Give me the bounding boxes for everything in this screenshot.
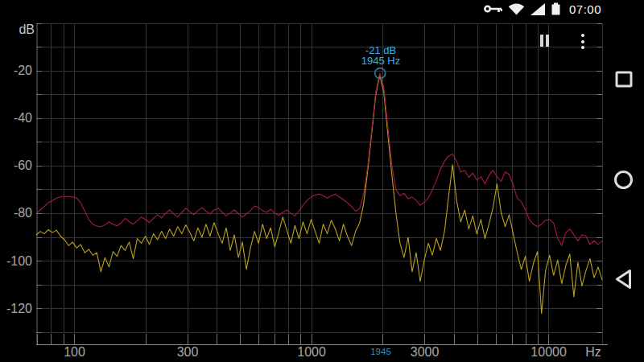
- pause-icon: [540, 35, 543, 47]
- y-axis-tick-label: -80: [0, 207, 32, 220]
- x-axis-tick-label: 3000: [411, 345, 440, 360]
- back-triangle-icon: [617, 271, 630, 288]
- y-axis-tick-label: -100: [0, 255, 32, 268]
- home-button[interactable]: [613, 170, 634, 190]
- y-axis-tick-label: -120: [0, 302, 32, 315]
- y-axis-tick-label: -40: [0, 112, 32, 125]
- y-axis-tick-label: -60: [0, 159, 32, 172]
- axis-ticks: [36, 23, 602, 344]
- y-axis-tick-label: -20: [0, 64, 32, 77]
- trace-max-hold: [36, 73, 602, 245]
- trace-live-spectrum: [36, 76, 602, 314]
- recents-square-icon: [617, 72, 631, 86]
- overflow-menu-button[interactable]: [575, 29, 591, 53]
- x-axis-unit: Hz: [585, 345, 601, 360]
- x-axis-tick-label: 1000: [297, 345, 326, 360]
- grid-lines: [36, 23, 602, 344]
- pause-icon: [546, 35, 549, 47]
- more-vert-icon: [581, 46, 584, 49]
- peak-label-hz: 1945 Hz: [361, 55, 400, 67]
- home-circle-icon: [616, 172, 632, 188]
- more-vert-icon: [581, 40, 584, 43]
- peak-frequency-tick-label: 1945: [370, 347, 391, 356]
- more-vert-icon: [581, 34, 584, 37]
- android-screen: 07:00 dB -20-40-60-80-100-120 1003001000…: [0, 0, 644, 362]
- pause-button[interactable]: [536, 31, 555, 50]
- x-axis-tick-label: 100: [64, 345, 85, 360]
- x-axis-tick-label: 300: [177, 345, 199, 360]
- back-button[interactable]: [615, 269, 632, 290]
- spectrum-chart[interactable]: [0, 0, 644, 362]
- x-axis-tick-label: 10000: [530, 345, 567, 360]
- y-axis-unit: dB: [0, 23, 35, 37]
- recents-button[interactable]: [615, 71, 633, 88]
